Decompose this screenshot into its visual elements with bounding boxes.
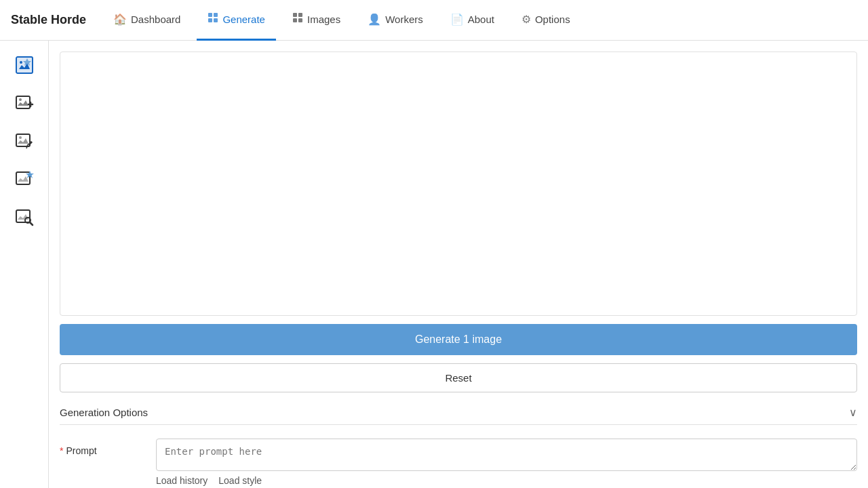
prompt-label: *Prompt: [60, 439, 148, 456]
sidebar: [0, 41, 49, 488]
nav-workers[interactable]: 👤 Workers: [357, 0, 434, 41]
load-history-link[interactable]: Load history: [156, 475, 208, 486]
generation-options-header[interactable]: Generation Options ∨: [60, 401, 857, 425]
prompt-links: Load history Load style: [156, 475, 857, 486]
nav-images[interactable]: Images: [281, 0, 351, 41]
nav-images-label: Images: [307, 14, 340, 25]
sidebar-item-generate-image[interactable]: [8, 49, 41, 81]
svg-rect-6: [293, 18, 297, 22]
required-indicator: *: [60, 445, 63, 456]
nav-about[interactable]: 📄 About: [439, 0, 505, 41]
prompt-row: *Prompt Load history Load style: [60, 433, 857, 488]
main-content: Generate 1 image Reset Generation Option…: [49, 41, 868, 488]
sidebar-item-search-image[interactable]: [8, 201, 41, 233]
svg-line-17: [26, 144, 28, 148]
generation-options-label: Generation Options: [60, 407, 148, 418]
reset-button[interactable]: Reset: [60, 363, 857, 392]
svg-rect-19: [16, 210, 30, 222]
options-nav-icon: ⚙: [521, 13, 531, 26]
nav-options[interactable]: ⚙ Options: [511, 0, 581, 41]
svg-rect-1: [214, 13, 218, 17]
svg-point-12: [19, 98, 22, 101]
prompt-textarea[interactable]: [156, 439, 857, 471]
svg-line-21: [30, 222, 33, 225]
prompt-input-area: Load history Load style: [156, 439, 857, 486]
sidebar-item-edit-image[interactable]: [8, 125, 41, 157]
svg-point-10: [20, 61, 22, 64]
chevron-down-icon: ∨: [849, 406, 857, 419]
sidebar-item-add-image[interactable]: [8, 87, 41, 119]
nav-generate[interactable]: Generate: [197, 0, 276, 41]
layout: Generate 1 image Reset Generation Option…: [0, 41, 868, 488]
about-nav-icon: 📄: [450, 13, 464, 26]
svg-rect-4: [293, 13, 297, 17]
nav-about-label: About: [468, 14, 494, 25]
svg-rect-7: [298, 18, 302, 22]
svg-rect-5: [298, 13, 302, 17]
nav-workers-label: Workers: [385, 14, 423, 25]
nav-options-label: Options: [535, 14, 570, 25]
svg-rect-3: [214, 18, 218, 22]
brand-title: Stable Horde: [11, 13, 86, 27]
images-nav-icon: [292, 12, 303, 26]
workers-nav-icon: 👤: [368, 13, 381, 26]
nav-generate-label: Generate: [222, 14, 265, 25]
navbar: Stable Horde 🏠 Dashboard Generate Images: [0, 0, 868, 41]
svg-point-16: [19, 136, 22, 139]
svg-rect-0: [208, 13, 212, 17]
svg-rect-11: [16, 96, 30, 108]
generate-button[interactable]: Generate 1 image: [60, 324, 857, 355]
generate-nav-icon: [208, 12, 218, 26]
svg-rect-2: [208, 18, 212, 22]
load-style-link[interactable]: Load style: [218, 475, 262, 486]
canvas-area: [60, 52, 857, 316]
nav-dashboard-label: Dashboard: [131, 14, 180, 25]
svg-rect-8: [16, 57, 33, 73]
nav-dashboard[interactable]: 🏠 Dashboard: [102, 0, 191, 41]
sidebar-item-favorites[interactable]: [8, 163, 41, 195]
dashboard-icon: 🏠: [113, 13, 127, 26]
